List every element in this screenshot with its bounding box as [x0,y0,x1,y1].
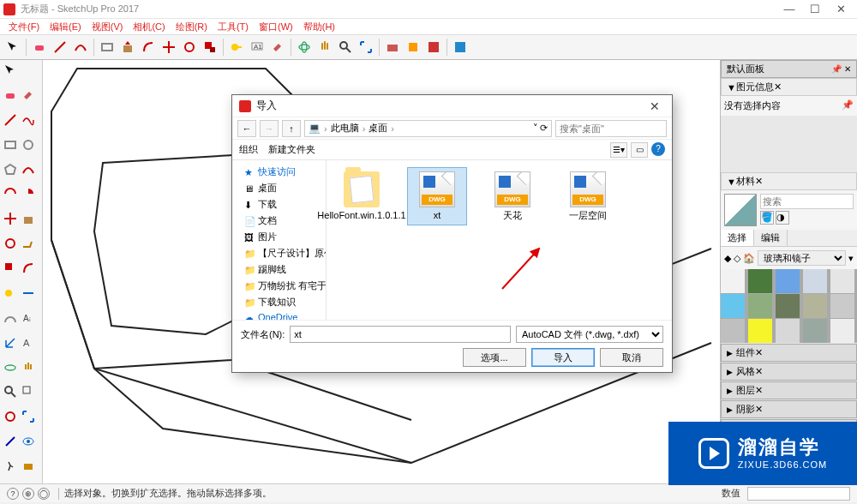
breadcrumb-dropdown-icon[interactable]: ˅ [533,123,538,134]
select-icon[interactable] [2,62,19,79]
material-swatch[interactable] [803,319,827,343]
arc3-icon[interactable] [2,185,19,202]
file-list[interactable]: HelloFont.win.1.0.1.1DWGxtDWG天花DWG一层空间 [327,160,672,320]
status-geo-icon[interactable]: ⊕ [22,488,34,500]
dialog-close-button[interactable]: ✕ [644,99,665,113]
menu-view[interactable]: 视图(V) [87,19,129,35]
nav-back-button[interactable]: ← [237,120,256,137]
tree-item[interactable]: 📁万物纷扰 有宅于 [232,278,326,294]
orbit-tool-icon[interactable] [295,38,314,57]
nav-back-icon[interactable]: ◆ [724,253,731,264]
menu-tools[interactable]: 工具(T) [213,19,254,35]
material-swatch[interactable] [748,319,772,343]
protractor-icon[interactable] [2,309,19,327]
material-swatch[interactable] [776,319,800,343]
rect-tool-icon[interactable] [98,38,117,57]
material-swatch[interactable] [830,269,854,293]
tape-tool-icon[interactable] [227,38,246,57]
view-mode-button[interactable]: ☰▾ [610,142,627,158]
tree-item[interactable]: 🖼图片 [232,229,326,245]
zoomwin-icon[interactable] [20,383,37,400]
menu-help[interactable]: 帮助(H) [298,19,340,35]
warehouse-icon[interactable] [383,38,402,57]
file-item[interactable]: DWG一层空间 [558,167,618,225]
panel-shadows[interactable]: ▶阴影✕ [721,400,857,418]
status-help-icon[interactable]: ? [7,488,19,500]
look-icon[interactable] [20,433,37,450]
panel-materials-header[interactable]: ▼ 材料 ✕ [721,172,857,190]
offset-tool-icon[interactable] [139,38,158,57]
material-swatch[interactable] [776,294,800,318]
panel-layers[interactable]: ▶图层✕ [721,381,857,399]
breadcrumb[interactable]: 💻 › 此电脑 › 桌面 › ˅⟳ [304,120,552,137]
3dtext-icon[interactable]: A [20,334,37,351]
maximize-button[interactable]: ☐ [802,1,828,18]
rotate-tool-icon[interactable] [180,38,199,57]
extension-icon[interactable] [404,38,423,57]
material-swatch[interactable] [721,294,745,318]
tree-item[interactable]: 📁下载知识 [232,294,326,310]
collection-menu-icon[interactable]: ▾ [848,253,854,264]
move2-icon[interactable] [2,210,19,227]
menu-window[interactable]: 窗口(W) [254,19,298,35]
panel-close-icon[interactable]: ✕ [774,81,782,93]
close-button[interactable]: ✕ [828,1,854,18]
material-swatch[interactable] [803,294,827,318]
prev-icon[interactable] [2,408,19,425]
tape2-icon[interactable] [2,285,19,302]
nav-fwd-icon[interactable]: ◇ [734,253,740,264]
menu-edit[interactable]: 编辑(E) [45,19,87,35]
dim-icon[interactable] [20,285,37,302]
menu-file[interactable]: 文件(F) [3,19,45,35]
pan2-icon[interactable] [20,359,37,376]
material-swatch[interactable] [803,269,827,293]
pin-icon[interactable]: 📌 ✕ [831,64,851,74]
select-tool-icon[interactable] [3,38,22,57]
material-search-input[interactable] [760,194,854,209]
position-icon[interactable] [2,433,19,450]
rotate2-icon[interactable] [2,235,19,252]
pushpull2-icon[interactable] [20,210,37,227]
circle-icon[interactable] [20,136,37,153]
home-icon[interactable]: 🏠 [743,253,755,264]
folder-tree[interactable]: ★快速访问🖥桌面⬇下载📄文档🖼图片📁【尺子设计】原创📁踢脚线📁万物纷扰 有宅于📁… [232,160,327,320]
minimize-button[interactable]: — [776,1,802,18]
material-swatch[interactable] [748,269,772,293]
import-button[interactable]: 导入 [531,348,595,367]
arc-tool-icon[interactable] [71,38,90,57]
dialog-help-button[interactable]: ? [651,142,665,156]
filetype-dropdown[interactable]: AutoCAD 文件 (*.dwg, *.dxf) [516,326,663,343]
text-tool-icon[interactable]: A1 [248,38,267,57]
breadcrumb-item[interactable]: 此电脑 [331,122,359,135]
paint2-icon[interactable] [20,87,37,104]
options-button[interactable]: 选项... [463,348,526,367]
scale-tool-icon[interactable] [201,38,219,57]
zoomext-icon[interactable] [20,408,37,425]
filename-input[interactable] [290,326,511,343]
polygon-icon[interactable] [2,161,19,178]
file-item[interactable]: DWG天花 [482,167,542,225]
paint-tool-icon[interactable] [268,38,287,57]
new-folder-button[interactable]: 新建文件夹 [268,143,315,156]
cancel-button[interactable]: 取消 [600,348,663,367]
material-swatch[interactable] [830,294,854,318]
menu-draw[interactable]: 绘图(R) [171,19,213,35]
followme-icon[interactable] [20,235,37,252]
measurement-input[interactable] [747,487,850,501]
material-preview[interactable] [724,194,757,226]
pie-icon[interactable] [20,185,37,202]
panel-close-icon[interactable]: ✕ [755,176,763,187]
preview-pane-button[interactable]: ▭ [631,142,648,158]
style-icon[interactable] [451,38,470,57]
pan-tool-icon[interactable] [315,38,334,57]
tree-item[interactable]: ⬇下载 [232,196,326,213]
zoom-tool-icon[interactable] [336,38,355,57]
offset2-icon[interactable] [20,260,37,277]
tree-item[interactable]: 📁踢脚线 [232,261,326,278]
rect2-icon[interactable] [2,136,19,153]
panel-entity-info-header[interactable]: ▼ 图元信息 ✕ [721,78,857,96]
scale2-icon[interactable] [2,260,19,277]
panel-components[interactable]: ▶组件✕ [721,344,857,362]
tree-item[interactable]: 📄文档 [232,213,326,229]
create-material-icon[interactable]: 🪣 [760,211,774,225]
